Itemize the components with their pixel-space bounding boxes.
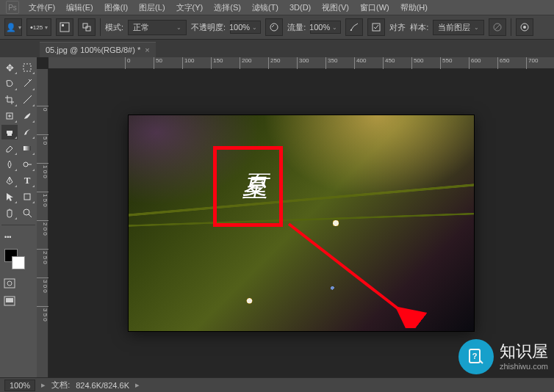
- pressure-opacity-toggle[interactable]: [265, 18, 283, 36]
- zoom-level-input[interactable]: 100%: [4, 380, 35, 391]
- document-tab-bar: 05.jpg @ 100%(RGB/8#) * ×: [0, 40, 554, 57]
- doc-info-label: 文档:: [51, 380, 70, 391]
- menu-view[interactable]: 视图(V): [317, 1, 353, 15]
- svg-text:?: ?: [472, 352, 478, 360]
- align-label: 对齐: [389, 22, 406, 33]
- ignore-adjustment-toggle[interactable]: [489, 18, 506, 36]
- chevron-right-icon[interactable]: ▸: [41, 380, 46, 390]
- svg-point-4: [270, 23, 278, 31]
- screen-mode-row: [1, 294, 35, 308]
- menu-select[interactable]: 选择(S): [209, 1, 245, 15]
- dodge-tool[interactable]: [19, 157, 35, 172]
- flow-input[interactable]: 100%⌄: [310, 21, 341, 34]
- svg-rect-13: [24, 146, 31, 150]
- document-tab[interactable]: 05.jpg @ 100%(RGB/8#) * ×: [40, 42, 156, 57]
- magic-wand-tool[interactable]: [19, 76, 35, 91]
- clone-stamp-tool[interactable]: [1, 125, 18, 139]
- quick-mask-row: [1, 277, 35, 290]
- menu-layer[interactable]: 图层(L): [134, 1, 169, 15]
- sample-label: 样本:: [410, 22, 428, 33]
- zoom-tool[interactable]: [19, 206, 35, 220]
- menu-window[interactable]: 窗口(W): [356, 1, 394, 15]
- tool-panel: ✥ T •••: [0, 57, 37, 377]
- flow-label: 流量:: [287, 22, 306, 33]
- history-brush-tool[interactable]: [19, 125, 35, 139]
- svg-point-5: [350, 29, 352, 31]
- watermark: ? 知识屋 zhishiwu.com: [458, 339, 548, 374]
- watermark-title: 知识屋: [500, 342, 548, 361]
- eyedropper-tool[interactable]: [19, 92, 35, 107]
- brush-preset-picker[interactable]: •125▾: [26, 18, 51, 36]
- svg-point-16: [24, 209, 29, 215]
- mode-select[interactable]: 正常⌄: [128, 20, 187, 35]
- type-tool[interactable]: T: [19, 173, 35, 188]
- tool-preset-picker[interactable]: 👤▾: [4, 18, 22, 36]
- workspace: 0 50 100 150 200 250 300 350 400 450 500…: [37, 57, 554, 377]
- canvas-text: 夏至: [237, 153, 271, 162]
- menu-edit[interactable]: 编辑(E): [62, 1, 98, 15]
- svg-rect-2: [83, 23, 87, 28]
- clone-source-panel[interactable]: [78, 18, 96, 36]
- sample-select[interactable]: 当前图层⌄: [433, 20, 484, 35]
- canvas-viewport[interactable]: 夏至: [48, 69, 554, 377]
- svg-rect-0: [60, 23, 69, 32]
- hand-tool[interactable]: [1, 206, 18, 220]
- background-color[interactable]: [12, 256, 25, 269]
- app-logo: Ps: [6, 1, 19, 14]
- eraser-tool[interactable]: [1, 141, 18, 156]
- separator: [1, 225, 35, 225]
- crop-tool[interactable]: [1, 92, 18, 107]
- menu-help[interactable]: 帮助(H): [396, 1, 432, 15]
- menu-filter[interactable]: 滤镜(T): [248, 1, 283, 15]
- watermark-url: zhishiwu.com: [500, 362, 548, 371]
- color-swatches[interactable]: [1, 246, 35, 272]
- move-tool[interactable]: ✥: [1, 60, 18, 75]
- photo-layer: [129, 115, 474, 331]
- menu-type[interactable]: 文字(Y): [172, 1, 208, 15]
- svg-rect-3: [86, 26, 90, 31]
- airbrush-toggle[interactable]: [345, 18, 363, 36]
- screen-mode-toggle[interactable]: [1, 294, 18, 308]
- healing-brush-tool[interactable]: [1, 109, 18, 123]
- svg-rect-15: [24, 194, 30, 200]
- align-checkbox[interactable]: [367, 18, 385, 36]
- opacity-label: 不透明度:: [191, 22, 226, 33]
- quick-mask-toggle[interactable]: [1, 277, 18, 290]
- ruler-horizontal[interactable]: 0 50 100 150 200 250 300 350 400 450 500…: [48, 57, 554, 69]
- svg-point-10: [523, 26, 526, 29]
- menu-bar: Ps 文件(F) 编辑(E) 图像(I) 图层(L) 文字(Y) 选择(S) 滤…: [0, 0, 554, 15]
- tab-title: 05.jpg @ 100%(RGB/8#) *: [46, 46, 140, 54]
- svg-rect-11: [24, 64, 31, 71]
- svg-rect-17: [4, 279, 15, 288]
- shape-tool[interactable]: [19, 189, 35, 204]
- svg-line-8: [494, 24, 500, 30]
- gradient-tool[interactable]: [19, 141, 35, 156]
- brush-panel-toggle[interactable]: [56, 18, 73, 36]
- marquee-tool[interactable]: [19, 60, 35, 75]
- pen-tool[interactable]: [1, 173, 18, 188]
- options-bar: 👤▾ •125▾ 模式: 正常⌄ 不透明度: 100%⌄ 流量: 100%⌄ 对…: [0, 15, 554, 40]
- watermark-logo-icon: ?: [458, 339, 494, 374]
- mode-label: 模式:: [105, 22, 123, 33]
- doc-info-value: 824.6K/824.6K: [76, 381, 129, 390]
- menu-3d[interactable]: 3D(D): [285, 1, 315, 13]
- blur-tool[interactable]: [1, 157, 18, 172]
- svg-point-14: [24, 162, 28, 167]
- menu-file[interactable]: 文件(F): [24, 1, 60, 15]
- svg-rect-1: [62, 24, 64, 26]
- svg-rect-20: [6, 298, 13, 302]
- lasso-tool[interactable]: [1, 76, 18, 91]
- brush-tool[interactable]: [19, 109, 35, 123]
- path-selection-tool[interactable]: [1, 189, 18, 204]
- opacity-input[interactable]: 100%⌄: [230, 21, 261, 34]
- pressure-size-toggle[interactable]: [516, 18, 533, 36]
- svg-point-18: [7, 281, 12, 286]
- chevron-right-icon[interactable]: ▸: [135, 380, 140, 390]
- menu-image[interactable]: 图像(I): [100, 1, 132, 15]
- tab-close-icon[interactable]: ×: [145, 46, 149, 54]
- ruler-vertical[interactable]: 0 5 0 1 0 0 1 5 0 2 0 0 2 5 0 3 0 0 3 5 …: [37, 69, 48, 377]
- status-bar: 100% ▸ 文档: 824.6K/824.6K ▸: [0, 377, 554, 392]
- edit-toolbar[interactable]: •••: [1, 230, 18, 244]
- canvas[interactable]: 夏至: [129, 115, 474, 331]
